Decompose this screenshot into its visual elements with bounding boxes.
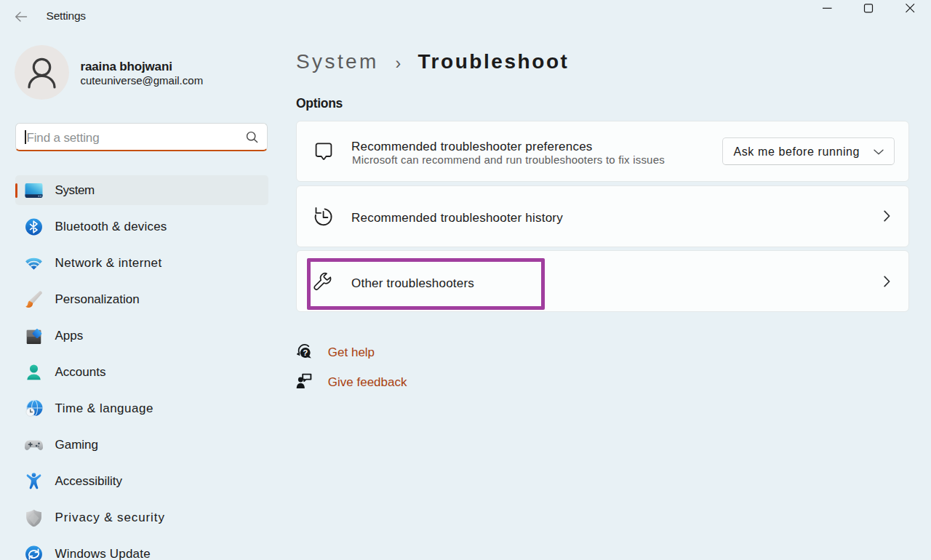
svg-text:?: ? (303, 348, 308, 357)
